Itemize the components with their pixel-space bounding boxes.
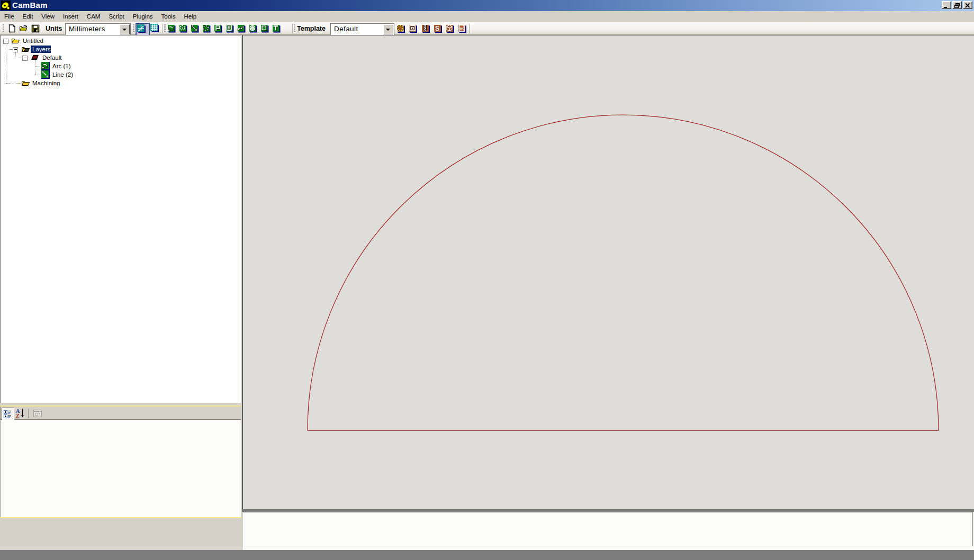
svg-text:R: R bbox=[228, 25, 231, 31]
svg-text:MC: MC bbox=[459, 27, 465, 30]
svg-text:S: S bbox=[435, 25, 439, 32]
svg-text:Z: Z bbox=[16, 413, 20, 419]
